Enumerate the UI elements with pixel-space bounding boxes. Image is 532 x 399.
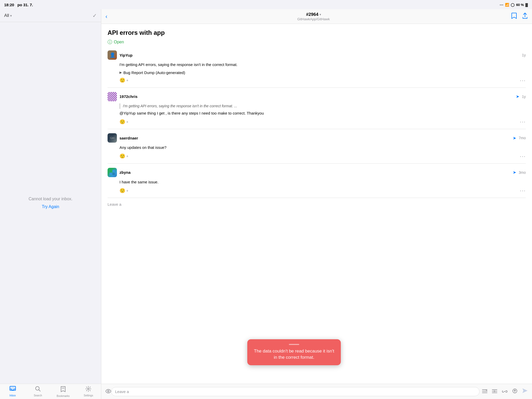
plus-icon-4: +	[126, 189, 128, 193]
repo-name: GitHawkApp/GitHawk	[297, 17, 330, 21]
author-zbyna: zbyna	[119, 170, 131, 175]
comment-4-reaction-btn[interactable]: 🙂 +	[119, 188, 128, 194]
comment-3-reaction-btn[interactable]: 🙂 +	[119, 153, 128, 159]
wifi-icon: 📶	[505, 3, 509, 7]
author-saerdnaer: saerdnaer	[119, 136, 138, 140]
comment-3-more-btn[interactable]: ···	[520, 153, 526, 159]
right-panel: ‹ #2964 ▾ GitHawkApp/GitHawk	[101, 9, 532, 384]
toast-handle	[289, 344, 299, 345]
comment-3-time: 7mo	[519, 136, 526, 140]
tab-settings-label: Settings	[84, 394, 93, 397]
status-icons: ···· 📶 ◯ 60 % ▓	[500, 3, 528, 7]
emoji-icon: 🙂	[119, 77, 125, 83]
comment-1-meta: 1y	[522, 53, 526, 57]
comment-3-meta: ➤ 7mo	[513, 136, 526, 141]
reply-hint: Leave a	[115, 389, 129, 394]
right-toolbar: Leave a	[101, 384, 532, 399]
avatar-saerdnaer: GH	[108, 133, 117, 143]
svg-rect-2	[110, 173, 112, 175]
comment-4-author-row: zbyna	[108, 168, 131, 177]
checkmark-icon[interactable]: ✓	[92, 12, 97, 19]
avatar-yipyup-img: 👤	[108, 50, 117, 60]
plus-icon-2: +	[126, 120, 128, 124]
subscribed-icon-1: ➤	[516, 94, 519, 99]
comment-divider-2	[108, 129, 526, 129]
upload-icon[interactable]	[512, 388, 517, 395]
link-icon[interactable]	[502, 389, 508, 395]
avatar-1972chris	[108, 92, 117, 101]
emoji-icon-2: 🙂	[119, 119, 125, 125]
comment-2-more-btn[interactable]: ···	[520, 119, 526, 125]
comment-3-header: GH saerdnaer ➤ 7mo	[108, 133, 526, 143]
bug-report-label: Bug Report Dump (Auto-generated)	[123, 70, 185, 75]
comment-1-body: I'm getting API errors, saying the respo…	[119, 62, 526, 68]
reply-input[interactable]: Leave a	[111, 387, 480, 396]
indent-icon[interactable]	[492, 389, 497, 395]
comment-2-reaction-btn[interactable]: 🙂 +	[119, 119, 128, 125]
signal-icon: ····	[500, 3, 503, 7]
tab-bookmarks-label: Bookmarks	[57, 395, 70, 397]
bug-report-toggle[interactable]: ▶ Bug Report Dump (Auto-generated)	[119, 70, 526, 75]
comment-4: zbyna ➤ 3mo I have the same issue. 🙂 + ·…	[108, 168, 526, 194]
emoji-icon-4: 🙂	[119, 188, 125, 194]
empty-state-text: Cannot load your inbox.	[29, 197, 72, 201]
settings-icon	[85, 386, 91, 393]
subscribed-icon-3: ➤	[513, 170, 516, 175]
comment-2-quote: I'm getting API errors, saying the respo…	[119, 103, 526, 109]
error-toast[interactable]: The data couldn't be read because it isn…	[247, 339, 341, 365]
comment-4-header: zbyna ➤ 3mo	[108, 168, 526, 177]
search-icon	[35, 386, 41, 393]
header-center[interactable]: #2964 ▾ GitHawkApp/GitHawk	[297, 12, 330, 21]
share-button[interactable]	[522, 12, 528, 21]
author-yipyup: YipYup	[119, 53, 132, 57]
comment-3-reaction-row: 🙂 + ···	[119, 153, 526, 159]
comment-4-time: 3mo	[519, 170, 526, 175]
header-right-icons	[511, 12, 528, 21]
tab-search[interactable]: Search	[30, 386, 46, 397]
plus-icon: +	[126, 78, 128, 82]
battery-label: 60 %	[516, 3, 524, 7]
inbox-icon	[10, 386, 16, 393]
comment-1-more-btn[interactable]: ···	[520, 77, 526, 83]
issue-content: API errors with app ⓘ Open 👤 YipYup 1y	[101, 24, 532, 384]
open-status-icon: ⓘ	[108, 39, 112, 45]
comment-3-body: Any updates on that issue?	[119, 145, 526, 151]
author-1972chris: 1972chris	[119, 94, 137, 99]
header-chevron-icon: ▾	[320, 13, 321, 16]
left-header: All ▾ ✓	[0, 9, 101, 22]
comment-1-author-row: 👤 YipYup	[108, 50, 132, 60]
tab-bookmarks[interactable]: Bookmarks	[55, 386, 71, 397]
avatar-zbyna	[108, 168, 117, 177]
reply-placeholder-text: Leave a	[108, 202, 526, 207]
tab-settings[interactable]: Settings	[81, 386, 96, 397]
main-layout: All ▾ ✓ Cannot load your inbox. Try Agai…	[0, 9, 532, 384]
plus-icon-3: +	[126, 154, 128, 158]
bottom-bar: Inbox Search Bookmarks	[0, 384, 532, 399]
comment-3-author-row: GH saerdnaer	[108, 133, 138, 143]
tab-inbox-label: Inbox	[9, 394, 16, 397]
open-status-label: Open	[114, 40, 124, 44]
try-again-button[interactable]: Try Again	[42, 204, 59, 209]
list-icon[interactable]	[482, 389, 487, 395]
svg-point-8	[108, 390, 109, 392]
tab-inbox[interactable]: Inbox	[5, 386, 21, 397]
comment-3: GH saerdnaer ➤ 7mo Any updates on that i…	[108, 133, 526, 159]
comment-4-reaction-row: 🙂 + ···	[119, 188, 526, 194]
filter-dropdown[interactable]: All ▾	[4, 13, 12, 18]
eye-icon[interactable]	[105, 389, 111, 395]
send-button[interactable]	[522, 388, 528, 395]
left-tab-bar: Inbox Search Bookmarks	[0, 384, 101, 399]
comment-4-more-btn[interactable]: ···	[520, 188, 526, 194]
comment-divider-4	[108, 198, 526, 198]
issue-status: ⓘ Open	[108, 39, 526, 45]
svg-rect-0	[110, 170, 112, 172]
status-bar: 18:20 po 31. 7. ···· 📶 ◯ 60 % ▓	[0, 0, 532, 9]
bookmark-button[interactable]	[511, 12, 517, 21]
comment-1-reaction-btn[interactable]: 🙂 +	[119, 77, 128, 83]
issue-title: API errors with app	[108, 29, 526, 36]
emoji-icon-3: 🙂	[119, 153, 125, 159]
comment-2: 1972chris ➤ 1y I'm getting API errors, s…	[108, 92, 526, 125]
left-empty-state: Cannot load your inbox. Try Again	[0, 22, 101, 384]
back-button[interactable]: ‹	[105, 13, 116, 20]
comment-4-meta: ➤ 3mo	[513, 170, 526, 175]
